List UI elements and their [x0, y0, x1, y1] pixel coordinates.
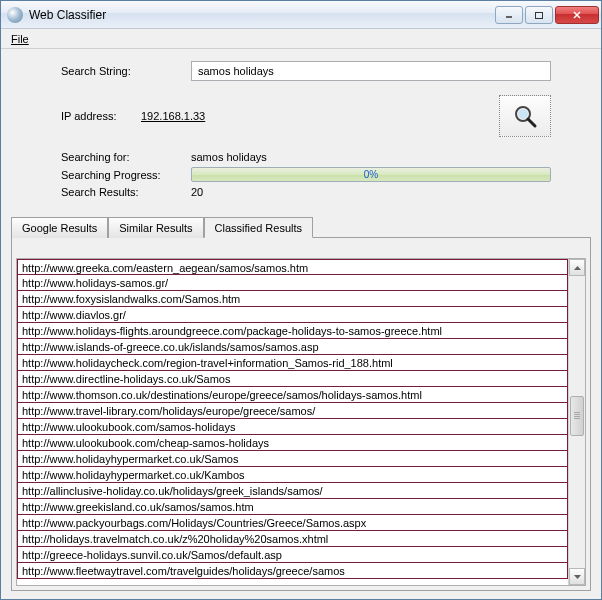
results-list: http://www.greeka.com/eastern_aegean/sam…: [17, 259, 568, 585]
svg-rect-1: [536, 12, 543, 18]
searching-for-value: samos holidays: [191, 151, 267, 163]
result-row[interactable]: http://www.greekisland.co.uk/samos/samos…: [17, 499, 568, 515]
window-controls: [495, 6, 599, 24]
progress-label: Searching Progress:: [61, 169, 191, 181]
ip-label: IP address:: [61, 110, 141, 122]
magnifier-icon: [511, 102, 539, 130]
result-row[interactable]: http://www.packyourbags.com/Holidays/Cou…: [17, 515, 568, 531]
ip-row: IP address: 192.168.1.33: [61, 95, 551, 137]
tab-similar-results[interactable]: Similar Results: [108, 217, 203, 238]
search-button[interactable]: [499, 95, 551, 137]
window-title: Web Classifier: [29, 8, 495, 22]
result-row[interactable]: http://www.directline-holidays.co.uk/Sam…: [17, 371, 568, 387]
svg-line-6: [528, 119, 535, 126]
progress-percent: 0%: [364, 169, 378, 180]
scroll-track[interactable]: [569, 276, 585, 568]
result-row[interactable]: http://www.holidayhypermarket.co.uk/Samo…: [17, 451, 568, 467]
result-row[interactable]: http://holidays.travelmatch.co.uk/z%20ho…: [17, 531, 568, 547]
result-row[interactable]: http://www.foxysislandwalks.com/Samos.ht…: [17, 291, 568, 307]
content: Search String: IP address: 192.168.1.33 …: [1, 49, 601, 599]
results-box: http://www.greeka.com/eastern_aegean/sam…: [16, 258, 586, 586]
ip-value: 192.168.1.33: [141, 110, 205, 122]
progress-bar: 0%: [191, 167, 551, 182]
results-count-row: Search Results: 20: [61, 186, 551, 198]
result-row[interactable]: http://www.islands-of-greece.co.uk/islan…: [17, 339, 568, 355]
titlebar: Web Classifier: [1, 1, 601, 29]
close-icon: [572, 10, 582, 20]
progress-row: Searching Progress: 0%: [61, 167, 551, 182]
tabs-container: Google Results Similar Results Classifie…: [11, 216, 591, 591]
result-row[interactable]: http://www.holidaycheck.com/region-trave…: [17, 355, 568, 371]
tab-strip: Google Results Similar Results Classifie…: [11, 216, 591, 237]
search-label: Search String:: [61, 65, 191, 77]
results-count-value: 20: [191, 186, 203, 198]
chevron-up-icon: [574, 266, 581, 270]
tab-panel: http://www.greeka.com/eastern_aegean/sam…: [11, 237, 591, 591]
maximize-button[interactable]: [525, 6, 553, 24]
result-row[interactable]: http://www.ulookubook.com/samos-holidays: [17, 419, 568, 435]
svg-marker-7: [574, 266, 581, 270]
chevron-down-icon: [574, 575, 581, 579]
result-row[interactable]: http://www.holidays-flights.aroundgreece…: [17, 323, 568, 339]
minimize-icon: [504, 10, 514, 20]
scrollbar-vertical[interactable]: [568, 259, 585, 585]
result-row[interactable]: http://greece-holidays.sunvil.co.uk/Samo…: [17, 547, 568, 563]
svg-marker-8: [574, 575, 581, 579]
result-row[interactable]: http://allinclusive-holiday.co.uk/holida…: [17, 483, 568, 499]
app-icon: [7, 7, 23, 23]
search-row: Search String:: [61, 61, 551, 81]
result-row[interactable]: http://www.ulookubook.com/cheap-samos-ho…: [17, 435, 568, 451]
result-row[interactable]: http://www.thomson.co.uk/destinations/eu…: [17, 387, 568, 403]
result-row[interactable]: http://www.travel-library.com/holidays/e…: [17, 403, 568, 419]
maximize-icon: [534, 10, 544, 20]
close-button[interactable]: [555, 6, 599, 24]
searching-for-label: Searching for:: [61, 151, 191, 163]
result-row[interactable]: http://www.greeka.com/eastern_aegean/sam…: [17, 259, 568, 275]
result-row[interactable]: http://www.diavlos.gr/: [17, 307, 568, 323]
scroll-down-button[interactable]: [569, 568, 585, 585]
menu-file[interactable]: File: [5, 31, 35, 47]
searching-for-row: Searching for: samos holidays: [61, 151, 551, 163]
result-row[interactable]: http://www.holidayhypermarket.co.uk/Kamb…: [17, 467, 568, 483]
result-row[interactable]: http://www.holidays-samos.gr/: [17, 275, 568, 291]
tab-google-results[interactable]: Google Results: [11, 217, 108, 238]
svg-point-5: [518, 109, 528, 119]
minimize-button[interactable]: [495, 6, 523, 24]
results-count-label: Search Results:: [61, 186, 191, 198]
tab-classified-results[interactable]: Classified Results: [204, 217, 313, 238]
scroll-up-button[interactable]: [569, 259, 585, 276]
form-area: Search String: IP address: 192.168.1.33 …: [11, 57, 591, 210]
window: Web Classifier File Search String: IP ad…: [0, 0, 602, 600]
search-input[interactable]: [191, 61, 551, 81]
menubar: File: [1, 29, 601, 49]
scroll-thumb[interactable]: [570, 396, 584, 436]
result-row[interactable]: http://www.fleetwaytravel.com/travelguid…: [17, 563, 568, 579]
